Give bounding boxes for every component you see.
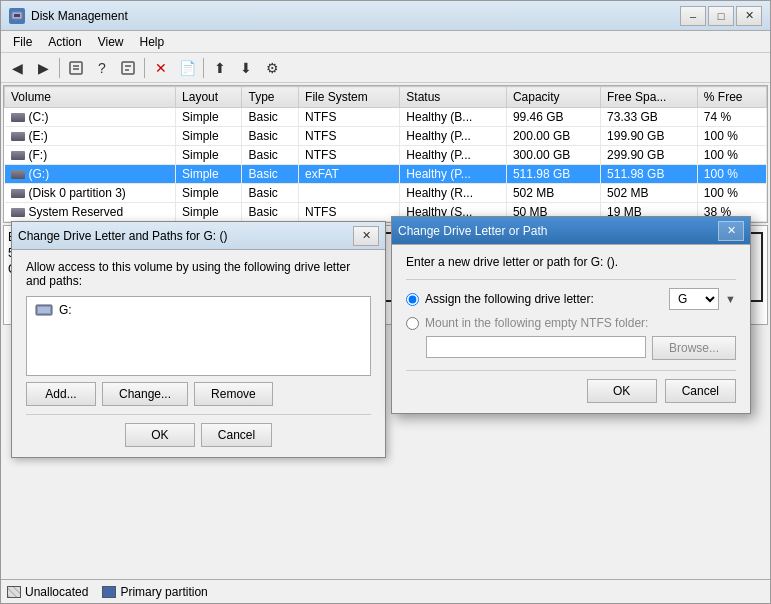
- change-button[interactable]: Change...: [102, 382, 188, 406]
- window-title: Disk Management: [31, 9, 680, 23]
- minimize-button[interactable]: –: [680, 6, 706, 26]
- dialog-bg-content: Allow access to this volume by using the…: [12, 250, 385, 457]
- refresh-button[interactable]: [116, 56, 140, 80]
- dialog-bg-ok-cancel: OK Cancel: [26, 423, 371, 447]
- down-button[interactable]: ⬇: [234, 56, 258, 80]
- close-button[interactable]: ✕: [736, 6, 762, 26]
- mount-path-row: Browse...: [426, 336, 736, 360]
- separator-2: [144, 58, 145, 78]
- col-type[interactable]: Type: [242, 87, 299, 108]
- remove-button[interactable]: Remove: [194, 382, 273, 406]
- dialog-main-titlebar: Change Drive Letter or Path ✕: [392, 217, 750, 245]
- dropdown-arrow-icon: ▼: [725, 293, 736, 305]
- export-button[interactable]: 📄: [175, 56, 199, 80]
- dialog-bg-desc: Allow access to this volume by using the…: [26, 260, 371, 288]
- svg-rect-1: [14, 14, 20, 17]
- dialog-main-desc: Enter a new drive letter or path for G: …: [406, 255, 736, 269]
- dialog-sep-2: [406, 370, 736, 371]
- col-freespace[interactable]: Free Spa...: [601, 87, 698, 108]
- drive-letter-label: G:: [59, 303, 72, 317]
- col-layout[interactable]: Layout: [176, 87, 242, 108]
- separator-3: [203, 58, 204, 78]
- dialog-main-content: Enter a new drive letter or path for G: …: [392, 245, 750, 413]
- up-button[interactable]: ⬆: [208, 56, 232, 80]
- dialog-main-btns: OK Cancel: [406, 379, 736, 403]
- table-row[interactable]: (Disk 0 partition 3)SimpleBasicHealthy (…: [5, 184, 767, 203]
- radio-mount-label: Mount in the following empty NTFS folder…: [425, 316, 648, 330]
- drive-letter-select[interactable]: G H I J: [669, 288, 719, 310]
- col-status[interactable]: Status: [400, 87, 507, 108]
- radio-mount[interactable]: [406, 317, 419, 330]
- dialog-bg-close[interactable]: ✕: [353, 226, 379, 246]
- table-header-row: Volume Layout Type File System Status Ca…: [5, 87, 767, 108]
- dialog-main-ok[interactable]: OK: [587, 379, 657, 403]
- main-window: Disk Management – □ ✕ File Action View H…: [0, 0, 771, 604]
- dialog-change-letter-main: Change Drive Letter or Path ✕ Enter a ne…: [391, 216, 751, 414]
- col-volume[interactable]: Volume: [5, 87, 176, 108]
- svg-rect-2: [70, 62, 82, 74]
- legend-unallocated-label: Unallocated: [25, 585, 88, 599]
- disk-table: Volume Layout Type File System Status Ca…: [4, 86, 767, 222]
- legend-unallocated: Unallocated: [7, 585, 88, 599]
- browse-button[interactable]: Browse...: [652, 336, 736, 360]
- add-button[interactable]: Add...: [26, 382, 96, 406]
- radio-mount-row: Mount in the following empty NTFS folder…: [406, 316, 736, 330]
- dialog-change-letter-paths: Change Drive Letter and Paths for G: () …: [11, 221, 386, 458]
- toolbar: ◀ ▶ ? ✕ 📄 ⬆ ⬇ ⚙: [1, 53, 770, 83]
- menu-action[interactable]: Action: [40, 31, 89, 52]
- back-button[interactable]: ◀: [5, 56, 29, 80]
- radio-assign-label: Assign the following drive letter:: [425, 292, 594, 306]
- dialog-bg-btns: Add... Change... Remove: [26, 382, 371, 406]
- legend: Unallocated Primary partition: [1, 579, 770, 603]
- radio-assign[interactable]: [406, 293, 419, 306]
- disk-table-container: Volume Layout Type File System Status Ca…: [3, 85, 768, 223]
- help-button[interactable]: ?: [90, 56, 114, 80]
- settings-button[interactable]: ⚙: [260, 56, 284, 80]
- col-pctfree[interactable]: % Free: [697, 87, 766, 108]
- mount-path-input[interactable]: [426, 336, 646, 358]
- legend-primary-label: Primary partition: [120, 585, 207, 599]
- app-icon: [9, 8, 25, 24]
- maximize-button[interactable]: □: [708, 6, 734, 26]
- radio-assign-row: Assign the following drive letter: G H I…: [406, 288, 736, 310]
- dialog-bg-titlebar: Change Drive Letter and Paths for G: () …: [12, 222, 385, 250]
- window-controls: – □ ✕: [680, 6, 762, 26]
- menu-help[interactable]: Help: [132, 31, 173, 52]
- dialog-bg-title: Change Drive Letter and Paths for G: (): [18, 229, 353, 243]
- table-row[interactable]: (E:)SimpleBasicNTFSHealthy (P...200.00 G…: [5, 127, 767, 146]
- dialog-main-title: Change Drive Letter or Path: [398, 224, 718, 238]
- col-capacity[interactable]: Capacity: [506, 87, 600, 108]
- dialog-bg-ok[interactable]: OK: [125, 423, 195, 447]
- dialog-sep-1: [406, 279, 736, 280]
- properties-button[interactable]: [64, 56, 88, 80]
- drive-letter-item[interactable]: G:: [31, 301, 366, 319]
- drive-letter-listbox[interactable]: G:: [26, 296, 371, 376]
- forward-button[interactable]: ▶: [31, 56, 55, 80]
- menu-view[interactable]: View: [90, 31, 132, 52]
- dialog-main-close[interactable]: ✕: [718, 221, 744, 241]
- table-row[interactable]: (G:)SimpleBasicexFATHealthy (P...511.98 …: [5, 165, 767, 184]
- table-row[interactable]: (F:)SimpleBasicNTFSHealthy (P...300.00 G…: [5, 146, 767, 165]
- separator-1: [59, 58, 60, 78]
- delete-button[interactable]: ✕: [149, 56, 173, 80]
- legend-primary-box: [102, 586, 116, 598]
- title-bar: Disk Management – □ ✕: [1, 1, 770, 31]
- svg-rect-5: [122, 62, 134, 74]
- legend-primary: Primary partition: [102, 585, 207, 599]
- separator: [26, 414, 371, 415]
- svg-rect-9: [38, 307, 50, 313]
- col-filesystem[interactable]: File System: [299, 87, 400, 108]
- dialog-main-cancel[interactable]: Cancel: [665, 379, 736, 403]
- dialog-bg-cancel[interactable]: Cancel: [201, 423, 272, 447]
- legend-unallocated-box: [7, 586, 21, 598]
- table-row[interactable]: (C:)SimpleBasicNTFSHealthy (B...99.46 GB…: [5, 108, 767, 127]
- menu-file[interactable]: File: [5, 31, 40, 52]
- menu-bar: File Action View Help: [1, 31, 770, 53]
